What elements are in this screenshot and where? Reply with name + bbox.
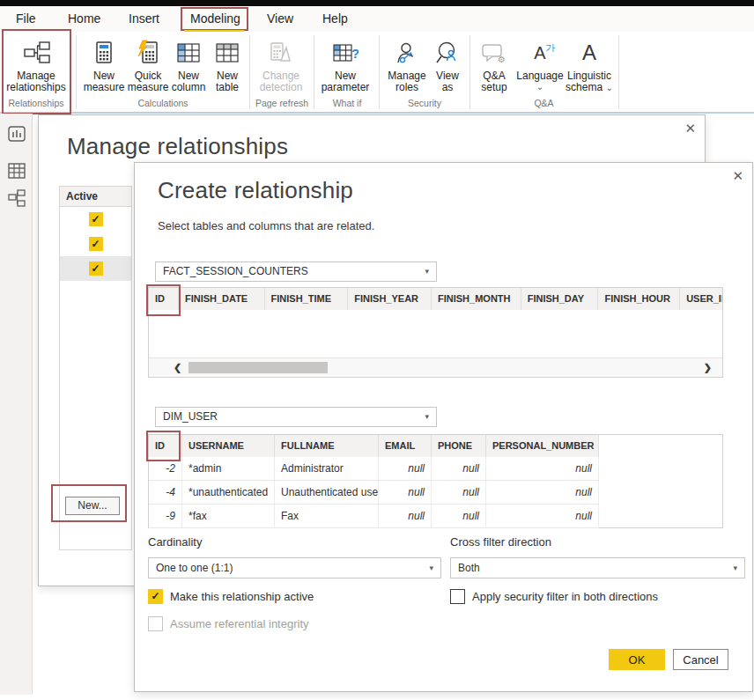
column-header[interactable]: EMAIL bbox=[379, 435, 432, 457]
ribbon-button-label: Manage roles bbox=[384, 70, 430, 93]
caret-down-icon: ▾ bbox=[425, 262, 429, 281]
manage-roles-icon bbox=[395, 35, 419, 70]
linguistic-schema-button[interactable]: A Linguistic schema ⌄ bbox=[562, 35, 617, 93]
cardinality-select[interactable]: One to one (1:1) ▾ bbox=[148, 557, 441, 578]
cross-filter-label: Cross filter direction bbox=[450, 535, 551, 549]
column-header[interactable]: ID bbox=[149, 435, 182, 457]
column-header[interactable]: FULLNAME bbox=[275, 435, 379, 457]
change-detection-icon bbox=[268, 35, 294, 70]
cell-fullname: Unauthenticated user bbox=[275, 481, 379, 504]
cell-personal-number: null bbox=[486, 505, 599, 527]
group-label-security: Security bbox=[381, 98, 469, 108]
cell-username: *admin bbox=[182, 457, 275, 480]
column-header[interactable]: FINISH_HOUR bbox=[598, 288, 680, 310]
scroll-left-icon[interactable]: ❮ bbox=[174, 362, 181, 373]
column-header[interactable]: FINISH_DAY bbox=[521, 288, 599, 310]
new-table-button[interactable]: New table bbox=[208, 35, 247, 93]
ribbon: Manage relationships Relationships New m… bbox=[0, 32, 754, 114]
table1-select[interactable]: FACT_SESSION_COUNTERS ▾ bbox=[155, 262, 437, 282]
gear-glyph: ⚙ bbox=[498, 55, 506, 64]
column-header[interactable]: FINISH_YEAR bbox=[348, 288, 432, 310]
qa-setup-icon: ⚙ bbox=[481, 35, 507, 70]
quick-measure-button[interactable]: Quick measure bbox=[124, 35, 172, 93]
dialog-subtitle: Select tables and columns that are relat… bbox=[158, 219, 374, 232]
cell-id: -9 bbox=[149, 505, 182, 527]
qa-setup-button[interactable]: ⚙ Q&A setup bbox=[474, 35, 514, 93]
column-header[interactable]: USER_ID bbox=[680, 288, 722, 310]
relationship-row[interactable]: ✓ bbox=[60, 232, 131, 256]
make-active-option[interactable]: ✓ Make this relationship active bbox=[148, 589, 314, 604]
new-column-button[interactable]: New column bbox=[167, 35, 210, 93]
manage-roles-button[interactable]: Manage roles bbox=[384, 35, 430, 93]
cancel-button[interactable]: Cancel bbox=[673, 649, 728, 670]
column-header[interactable]: FINISH_TIME bbox=[265, 288, 349, 310]
cardinality-label: Cardinality bbox=[148, 535, 202, 549]
language-button[interactable]: A가 Language ⌄ bbox=[516, 35, 564, 92]
menu-tab-help[interactable]: Help bbox=[322, 11, 348, 26]
report-view-icon[interactable] bbox=[8, 125, 26, 143]
ribbon-button-label: New measure bbox=[82, 70, 126, 93]
new-parameter-icon: ? bbox=[332, 35, 359, 70]
menu-tab-file[interactable]: File bbox=[16, 11, 36, 26]
cell-phone: null bbox=[432, 505, 486, 527]
active-checkbox[interactable]: ✓ bbox=[89, 262, 103, 276]
column-header[interactable]: USERNAME bbox=[182, 435, 275, 457]
ok-button[interactable]: OK bbox=[609, 649, 665, 670]
disabled-checkbox bbox=[148, 616, 163, 631]
table2-preview: ID USERNAME FULLNAME EMAIL PHONE PERSONA… bbox=[148, 434, 723, 528]
view-as-button[interactable]: View as bbox=[430, 35, 465, 93]
column-header[interactable]: ID bbox=[149, 288, 179, 310]
linguistic-schema-icon: A bbox=[582, 35, 596, 70]
column-header[interactable]: FINISH_MONTH bbox=[432, 288, 521, 310]
group-label-qa: Q&A bbox=[471, 98, 617, 108]
new-relationship-button[interactable]: New... bbox=[65, 497, 120, 515]
column-header[interactable]: PERSONAL_NUMBER bbox=[486, 435, 599, 457]
close-icon[interactable]: ✕ bbox=[684, 121, 696, 136]
manage-relationships-button[interactable]: Manage relationships bbox=[5, 35, 67, 93]
caret-down-icon: ▾ bbox=[429, 558, 433, 578]
table-row[interactable]: -2 *admin Administrator null null null bbox=[149, 457, 599, 481]
menu-tab-view[interactable]: View bbox=[267, 11, 293, 26]
ribbon-button-label: Language bbox=[516, 70, 563, 82]
data-view-icon[interactable] bbox=[8, 162, 26, 180]
table-row[interactable]: -9 *fax Fax null null null bbox=[149, 505, 599, 528]
cardinality-value: One to one (1:1) bbox=[156, 562, 233, 574]
relationships-table: Active ✓ ✓ ✓ bbox=[59, 186, 132, 550]
cell-personal-number: null bbox=[486, 481, 599, 504]
cell-personal-number: null bbox=[486, 457, 599, 480]
unchecked-checkbox[interactable] bbox=[450, 589, 465, 604]
quick-measure-icon bbox=[136, 35, 160, 70]
menu-tab-home[interactable]: Home bbox=[68, 11, 100, 26]
ribbon-divider bbox=[379, 35, 380, 109]
window-titlebar bbox=[0, 0, 754, 6]
table1-selected-value: FACT_SESSION_COUNTERS bbox=[163, 265, 308, 277]
scroll-right-icon[interactable]: ❯ bbox=[704, 362, 712, 373]
create-relationship-dialog: ✕ Create relationship Select tables and … bbox=[134, 162, 753, 692]
group-label-relationships: Relationships bbox=[0, 98, 72, 108]
scrollbar-thumb[interactable] bbox=[188, 362, 328, 373]
horizontal-scrollbar[interactable]: ❮ ❯ bbox=[149, 357, 722, 377]
close-icon[interactable]: ✕ bbox=[732, 168, 743, 184]
relationship-row[interactable]: ✓ bbox=[60, 207, 131, 232]
ribbon-divider bbox=[469, 35, 470, 109]
view-sidebar bbox=[0, 114, 33, 695]
table-row[interactable]: -4 *unauthenticated Unauthenticated user… bbox=[149, 481, 599, 505]
checked-checkbox[interactable]: ✓ bbox=[148, 589, 163, 604]
menu-tab-insert[interactable]: Insert bbox=[129, 11, 159, 26]
relationship-row-selected[interactable]: ✓ bbox=[60, 256, 131, 281]
cross-filter-select[interactable]: Both ▾ bbox=[450, 557, 745, 578]
column-header[interactable]: PHONE bbox=[432, 435, 486, 457]
manage-dialog-title: Manage relationships bbox=[67, 133, 288, 160]
ribbon-divider bbox=[314, 35, 314, 109]
security-filter-option[interactable]: Apply security filter in both directions bbox=[450, 589, 658, 604]
new-parameter-button[interactable]: ? New parameter bbox=[319, 35, 372, 93]
active-checkbox[interactable]: ✓ bbox=[89, 212, 103, 226]
table2-select[interactable]: DIM_USER ▾ bbox=[155, 407, 437, 427]
referential-integrity-option: Assume referential integrity bbox=[148, 616, 309, 631]
new-table-icon bbox=[215, 35, 240, 70]
checkbox-label: Apply security filter in both directions bbox=[472, 590, 658, 603]
active-checkbox[interactable]: ✓ bbox=[89, 237, 103, 251]
column-header[interactable]: FINISH_DATE bbox=[179, 288, 265, 310]
new-measure-button[interactable]: New measure bbox=[82, 35, 126, 93]
model-view-icon[interactable] bbox=[8, 189, 26, 207]
